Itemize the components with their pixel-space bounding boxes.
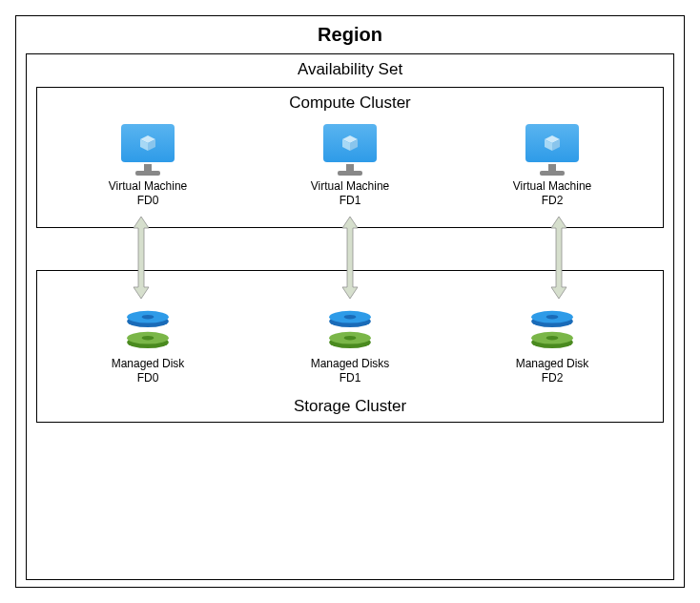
vm-fd: FD1 [311, 194, 390, 208]
double-arrow-icon [130, 217, 153, 299]
disk-name: Managed Disks [311, 357, 390, 371]
compute-cluster-container: Compute Cluster [36, 87, 664, 228]
disk-row: Managed Disk FD0 [47, 309, 653, 385]
arrows-row [36, 217, 664, 299]
vm-item: Virtual Machine FD1 [278, 124, 422, 208]
availability-title: Availability Set [36, 60, 664, 79]
svg-point-26 [546, 315, 559, 320]
svg-marker-9 [134, 217, 149, 299]
vm-item: Virtual Machine FD2 [481, 124, 624, 208]
compute-title: Compute Cluster [47, 94, 653, 113]
vm-label: Virtual Machine FD2 [513, 179, 592, 208]
region-container: Region Availability Set Compute Cluster [15, 15, 685, 588]
vm-fd: FD0 [109, 194, 188, 208]
disk-icon [326, 309, 374, 353]
svg-point-23 [344, 336, 357, 341]
vm-name: Virtual Machine [311, 179, 390, 194]
region-title: Region [26, 24, 674, 46]
vm-row: Virtual Machine FD0 [47, 124, 653, 208]
disk-item: Managed Disk FD2 [481, 309, 624, 385]
svg-point-20 [344, 315, 357, 320]
svg-point-17 [142, 336, 154, 341]
disk-label: Managed Disks FD1 [311, 357, 390, 385]
svg-marker-11 [551, 217, 566, 299]
vm-icon [121, 124, 175, 176]
vm-icon [323, 124, 377, 176]
disk-label: Managed Disk FD0 [112, 357, 185, 385]
vm-label: Virtual Machine FD0 [109, 179, 188, 208]
svg-point-29 [546, 336, 559, 341]
disk-item: Managed Disk FD0 [76, 309, 219, 385]
vm-item: Virtual Machine FD0 [76, 124, 219, 208]
double-arrow-icon [547, 217, 570, 299]
disk-item: Managed Disks FD1 [278, 309, 422, 385]
disk-label: Managed Disk FD2 [516, 357, 589, 385]
svg-point-14 [142, 315, 154, 320]
vm-label: Virtual Machine FD1 [311, 179, 390, 208]
availability-set-container: Availability Set Compute Cluster [26, 53, 674, 580]
disk-fd: FD0 [112, 371, 185, 385]
vm-name: Virtual Machine [513, 179, 592, 194]
vm-fd: FD2 [513, 194, 592, 208]
disk-name: Managed Disk [516, 357, 589, 371]
vm-name: Virtual Machine [109, 179, 188, 194]
disk-fd: FD2 [516, 371, 589, 385]
vm-icon [525, 124, 579, 176]
svg-marker-10 [342, 217, 358, 299]
disk-fd: FD1 [311, 371, 390, 385]
disk-icon [528, 309, 576, 353]
double-arrow-icon [339, 217, 361, 299]
disk-icon [124, 309, 172, 353]
disk-name: Managed Disk [112, 357, 185, 371]
storage-title: Storage Cluster [47, 397, 653, 416]
